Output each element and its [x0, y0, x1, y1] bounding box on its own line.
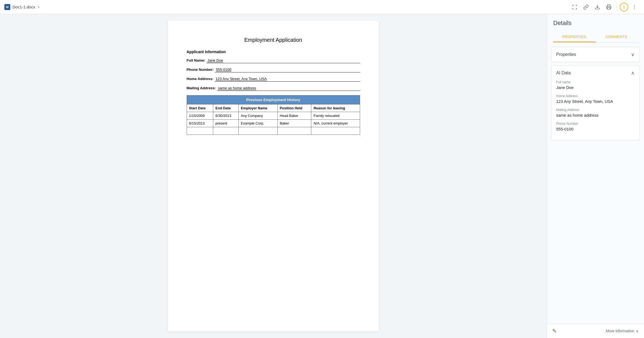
row2-end: present	[213, 120, 238, 127]
row3-position	[277, 127, 311, 135]
breadcrumb-chevron: >	[37, 5, 40, 9]
ai-mailing-address-value: same as home address	[556, 113, 635, 117]
panel-tabs: PROPERTIES COMMENTS	[553, 32, 637, 43]
ai-home-address-field: Home Address 123 Any Street. Any Town, U…	[556, 94, 635, 104]
download-button[interactable]	[592, 2, 603, 12]
more-options-button[interactable]	[629, 2, 640, 12]
phone-value: 555-0100	[215, 68, 360, 72]
right-panel: Details PROPERTIES COMMENTS Properties ∨…	[546, 14, 644, 338]
document-page: Employment Application Applicant Informa…	[168, 21, 379, 331]
row3-employer	[238, 127, 277, 135]
ai-mailing-address-label: Mailing Address	[556, 108, 635, 112]
row1-end: 6/30/2013	[213, 112, 238, 120]
word-icon: W	[4, 4, 10, 10]
tab-properties[interactable]: PROPERTIES	[553, 32, 596, 42]
col-reason: Reason for leaving	[311, 104, 360, 112]
ai-data-section: AI Data ∧ Full name Jane Doe Home Addres…	[551, 65, 640, 140]
employment-table: Previous Employment History Start Date E…	[187, 95, 360, 135]
properties-section: Properties ∨	[551, 47, 640, 62]
applicant-section-title: Applicant Information	[187, 50, 360, 54]
info-button[interactable]: i	[620, 3, 628, 11]
mailing-address-label: Mailing Address:	[187, 86, 216, 90]
row1-position: Head Baker	[277, 112, 311, 120]
ai-data-body: Full name Jane Doe Home Address 123 Any …	[551, 80, 639, 140]
ai-home-address-value: 123 Any Street. Any Town, USA	[556, 99, 635, 104]
ai-fullname-label: Full name	[556, 80, 635, 84]
print-button[interactable]	[604, 2, 614, 12]
fullscreen-button[interactable]	[569, 2, 580, 12]
mailing-address-value: same as home address	[217, 86, 360, 91]
main-layout: Employment Application Applicant Informa…	[0, 14, 644, 338]
ai-phone-label: Phone Number	[556, 122, 635, 126]
toolbar-divider	[617, 4, 617, 10]
fullname-value: Jane Doe	[206, 58, 360, 63]
col-employer: Employer Name	[238, 104, 277, 112]
tab-comments[interactable]: COMMENTS	[596, 32, 638, 42]
panel-title: Details	[553, 20, 637, 27]
title-area: W Doc1-1.docx >	[4, 4, 40, 10]
svg-point-3	[634, 7, 635, 7]
topbar: W Doc1-1.docx >	[0, 0, 644, 14]
row3-reason	[311, 127, 360, 135]
ai-fullname-field: Full name Jane Doe	[556, 80, 635, 90]
panel-content: Properties ∨ AI Data ∧ Full name Jane Do…	[547, 43, 644, 324]
properties-section-header[interactable]: Properties ∨	[551, 47, 639, 62]
filename-label: Doc1-1.docx	[12, 5, 35, 9]
mailing-address-field: Mailing Address: same as home address	[187, 86, 360, 91]
row1-employer: Any Company	[238, 112, 277, 120]
ai-mailing-address-field: Mailing Address same as home address	[556, 108, 635, 117]
ai-data-section-title: AI Data	[556, 71, 571, 75]
row2-position: Baker	[277, 120, 311, 127]
row3-end	[213, 127, 238, 135]
table-row-empty	[187, 127, 360, 135]
more-info-chevron-down-icon: ∨	[636, 329, 639, 333]
fullname-field: Full Name: Jane Doe	[187, 58, 360, 63]
phone-label: Phone Number:	[187, 68, 214, 72]
more-information-button[interactable]: More information ∨	[606, 329, 639, 333]
ai-phone-value: 555-0100	[556, 127, 635, 131]
fullname-label: Full Name:	[187, 58, 205, 62]
svg-point-4	[634, 8, 635, 9]
ai-data-section-header[interactable]: AI Data ∧	[551, 66, 639, 80]
document-area: Employment Application Applicant Informa…	[0, 14, 546, 338]
row2-start: 8/15/2013	[187, 120, 213, 127]
phone-field: Phone Number: 555-0100	[187, 68, 360, 72]
home-address-label: Home Address:	[187, 77, 213, 81]
ai-phone-field: Phone Number 555-0100	[556, 122, 635, 131]
col-start-date: Start Date	[187, 104, 213, 112]
table-row: 8/15/2013 present Example Corp. Baker N/…	[187, 120, 360, 127]
panel-footer: ✎ More information ∨	[547, 324, 644, 338]
properties-chevron-down-icon: ∨	[631, 52, 635, 58]
row2-employer: Example Corp.	[238, 120, 277, 127]
row2-reason: N/A, current employer	[311, 120, 360, 127]
table-row: 1/15/2009 6/30/2013 Any Company Head Bak…	[187, 112, 360, 120]
toolbar-actions: i	[569, 2, 640, 12]
home-address-field: Home Address: 123 Any Street, Any Town, …	[187, 77, 360, 82]
doc-title: Employment Application	[187, 37, 360, 43]
ai-data-chevron-up-icon: ∧	[631, 70, 635, 76]
more-info-label: More information	[606, 329, 634, 333]
table-title-cell: Previous Employment History	[187, 95, 360, 104]
ai-fullname-value: Jane Doe	[556, 85, 635, 90]
row3-start	[187, 127, 213, 135]
svg-point-2	[634, 5, 635, 6]
properties-section-title: Properties	[556, 52, 576, 57]
col-position: Position Held	[277, 104, 311, 112]
table-title-row: Previous Employment History	[187, 95, 360, 104]
edit-icon[interactable]: ✎	[552, 328, 557, 334]
copy-link-button[interactable]	[581, 2, 591, 12]
ai-home-address-label: Home Address	[556, 94, 635, 98]
table-column-header-row: Start Date End Date Employer Name Positi…	[187, 104, 360, 112]
panel-header: Details PROPERTIES COMMENTS	[547, 14, 644, 43]
svg-rect-1	[607, 7, 610, 9]
row1-reason: Family relocated	[311, 112, 360, 120]
col-end-date: End Date	[213, 104, 238, 112]
row1-start: 1/15/2009	[187, 112, 213, 120]
home-address-value: 123 Any Street, Any Town, USA	[215, 77, 360, 82]
